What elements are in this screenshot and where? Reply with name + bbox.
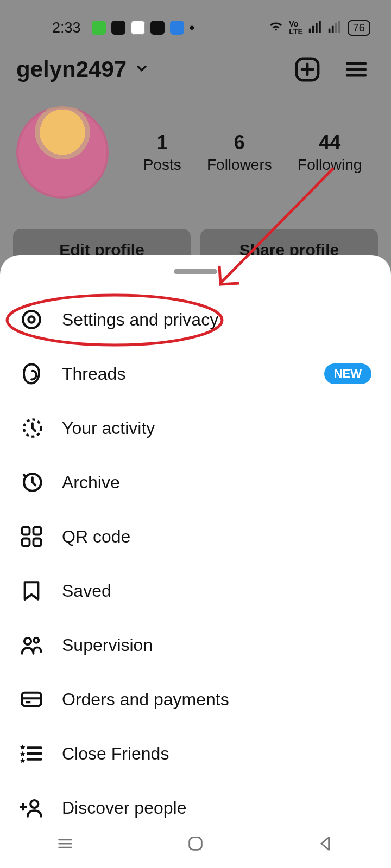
menu-item-label: Supervision [62, 635, 371, 655]
menu-item-label: Discover people [62, 798, 371, 818]
svg-rect-14 [22, 527, 30, 535]
add-person-icon [20, 796, 43, 820]
username: gelyn2497 [16, 56, 127, 82]
stat-followers[interactable]: 6 Followers [207, 131, 272, 174]
status-app-icon [150, 21, 165, 35]
nav-recents-button[interactable] [54, 833, 76, 854]
menu-item-label: Orders and payments [62, 690, 371, 710]
chevron-down-icon [134, 61, 149, 78]
svg-rect-1 [312, 25, 314, 32]
menu-item-label: Saved [62, 581, 371, 601]
threads-icon [20, 362, 43, 386]
svg-point-21 [30, 800, 38, 808]
volte-icon: VoLTE [289, 20, 302, 35]
svg-rect-0 [309, 28, 311, 32]
gear-icon [20, 308, 43, 331]
activity-icon [20, 416, 43, 440]
menu-item-threads[interactable]: Threads NEW [0, 347, 391, 401]
signal-icon [308, 21, 323, 35]
menu-item-label: Settings and privacy [62, 310, 371, 330]
menu-item-settings[interactable]: Settings and privacy [0, 292, 391, 347]
avatar[interactable] [16, 106, 109, 199]
svg-rect-5 [332, 25, 334, 32]
menu-item-activity[interactable]: Your activity [0, 401, 391, 455]
menu-item-archive[interactable]: Archive [0, 455, 391, 509]
sheet-handle[interactable] [174, 269, 217, 274]
svg-rect-3 [319, 21, 321, 33]
menu-item-close-friends[interactable]: Close Friends [0, 726, 391, 781]
menu-item-label: Your activity [62, 418, 371, 438]
svg-point-10 [23, 311, 40, 328]
hamburger-menu-button[interactable] [344, 58, 368, 81]
menu-item-qrcode[interactable]: QR code [0, 509, 391, 564]
qrcode-icon [20, 525, 43, 548]
menu-item-supervision[interactable]: Supervision [0, 618, 391, 672]
menu-item-label: QR code [62, 527, 371, 547]
nav-back-button[interactable] [315, 833, 337, 854]
menu-item-label: Archive [62, 473, 371, 493]
card-icon [20, 687, 43, 711]
svg-rect-16 [22, 539, 30, 546]
bookmark-icon [20, 579, 43, 603]
menu-bottom-sheet[interactable]: Settings and privacy Threads NEW Your ac… [0, 255, 391, 868]
status-app-icon [111, 21, 125, 35]
status-more-dot: • [190, 20, 195, 35]
status-app-icon [92, 21, 106, 35]
new-badge: NEW [324, 363, 371, 384]
svg-rect-2 [316, 23, 318, 32]
system-nav-bar [0, 819, 391, 868]
svg-rect-7 [338, 21, 340, 33]
nav-home-button[interactable] [185, 833, 206, 854]
stat-following[interactable]: 44 Following [298, 131, 362, 174]
status-bar: 2:33 • VoLTE 76 [0, 0, 391, 38]
svg-rect-23 [190, 838, 202, 850]
signal-icon [328, 21, 342, 35]
wifi-icon [268, 21, 283, 35]
menu-item-saved[interactable]: Saved [0, 564, 391, 618]
svg-point-11 [28, 316, 34, 322]
svg-rect-6 [335, 23, 337, 32]
svg-point-19 [34, 638, 39, 643]
username-dropdown[interactable]: gelyn2497 [16, 56, 149, 82]
svg-point-18 [24, 638, 31, 644]
menu-item-label: Threads [62, 364, 306, 384]
menu-item-orders[interactable]: Orders and payments [0, 672, 391, 726]
status-app-icon [131, 21, 145, 35]
close-friends-icon [20, 742, 43, 765]
archive-icon [20, 470, 43, 494]
create-button[interactable] [294, 56, 320, 82]
menu-item-label: Close Friends [62, 744, 371, 764]
stat-posts[interactable]: 1 Posts [143, 131, 181, 174]
status-time: 2:33 [52, 20, 81, 36]
svg-rect-4 [329, 28, 331, 32]
svg-rect-17 [34, 539, 41, 546]
battery-icon: 76 [348, 20, 370, 36]
supervision-icon [20, 633, 43, 657]
svg-rect-15 [34, 527, 41, 535]
status-app-icon [170, 21, 184, 35]
